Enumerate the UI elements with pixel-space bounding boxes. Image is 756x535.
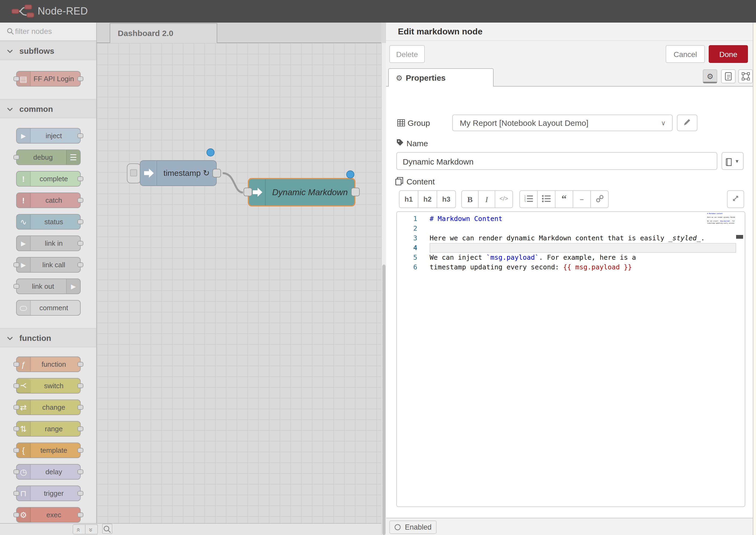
- palette-node-ff-api-login[interactable]: ▤FF API Login: [16, 71, 81, 87]
- appearance-icon-button[interactable]: [738, 70, 753, 83]
- palette-node-switch[interactable]: Yswitch: [16, 378, 81, 393]
- enabled-toggle-button[interactable]: Enabled: [389, 521, 436, 534]
- palette-node-label: catch: [17, 196, 80, 204]
- flow-node-dynamic-markdown[interactable]: Dynamic Markdown: [248, 178, 355, 207]
- cancel-button[interactable]: Cancel: [666, 45, 705, 63]
- palette-node-comment[interactable]: comment: [16, 300, 81, 315]
- chevron-down-icon: ▼: [735, 158, 740, 164]
- palette-node-template[interactable]: {template: [16, 442, 81, 458]
- ordered-list-icon[interactable]: 123: [519, 190, 538, 208]
- palette-expand-all-button[interactable]: »: [85, 524, 98, 534]
- delete-button[interactable]: Delete: [389, 45, 425, 63]
- palette-node-complete[interactable]: !complete: [16, 171, 81, 186]
- palette-node-change[interactable]: ⇄change: [16, 399, 81, 415]
- palette-node-debug[interactable]: ☰debug: [16, 149, 81, 165]
- output-port[interactable]: [212, 169, 221, 178]
- output-port[interactable]: [351, 188, 360, 196]
- canvas-vertical-scrollbar[interactable]: [381, 43, 386, 535]
- expand-editor-button[interactable]: [727, 190, 744, 208]
- node-label: timestamp ↻: [157, 168, 216, 178]
- input-port: [14, 512, 19, 517]
- link-icon[interactable]: [590, 190, 609, 208]
- flow-node-timestamp[interactable]: timestamp ↻: [140, 160, 217, 186]
- input-port: [14, 383, 19, 388]
- output-port: [77, 76, 83, 81]
- description-icon-button[interactable]: [721, 70, 736, 83]
- palette-node-exec[interactable]: ⚙exec: [16, 507, 81, 522]
- line-number: 6: [397, 262, 417, 272]
- node-red-app: Node-RED filter nodes subflows▤FF API Lo…: [0, 0, 756, 535]
- tab-properties[interactable]: ⚙Properties: [388, 68, 493, 87]
- expand-icon: [732, 195, 739, 202]
- output-port: [77, 176, 83, 181]
- input-port: [14, 362, 19, 366]
- quote-icon[interactable]: “: [555, 190, 573, 208]
- page-scrollbar-area[interactable]: [753, 23, 756, 535]
- palette-category-subflows[interactable]: subflows: [0, 41, 96, 60]
- minimap-line: [707, 219, 735, 221]
- palette-node-inject[interactable]: ►inject: [16, 128, 81, 143]
- output-port: [77, 262, 83, 267]
- palette-category-common[interactable]: common: [0, 99, 96, 118]
- done-button[interactable]: Done: [709, 45, 748, 63]
- properties-icon-button[interactable]: ⚙: [703, 70, 717, 83]
- palette-node-delay[interactable]: ◷delay: [16, 464, 81, 479]
- editor-minimap: # Markdown Content Here we can render dy…: [707, 213, 735, 224]
- minimap-line: We can inject `msg.payload`. For example…: [707, 221, 735, 223]
- palette-category-function[interactable]: function: [0, 328, 96, 347]
- h1-button[interactable]: h1: [399, 190, 418, 208]
- content-label: Content: [406, 177, 435, 186]
- palette-node-status[interactable]: ∿status: [16, 214, 81, 229]
- palette-node-link-out[interactable]: ►link out: [16, 278, 81, 294]
- output-port: [77, 383, 83, 388]
- input-port[interactable]: [243, 188, 252, 196]
- output-port: [77, 426, 83, 431]
- code-line: # Markdown Content: [430, 214, 745, 224]
- group-edit-button[interactable]: [677, 115, 697, 131]
- input-port: [14, 76, 19, 81]
- horizontal-rule-icon[interactable]: –: [573, 190, 591, 208]
- group-select[interactable]: My Report [Notebook Layout Demo] ∨: [452, 115, 673, 131]
- flow-tab-dashboard[interactable]: Dashboard 2.0: [110, 23, 217, 43]
- svg-text:3: 3: [524, 200, 526, 202]
- unordered-list-icon[interactable]: [537, 190, 555, 208]
- palette-collapse-all-button[interactable]: «: [72, 524, 86, 534]
- bold-button[interactable]: B: [462, 190, 479, 208]
- palette-node-link-in[interactable]: ►link in: [16, 235, 81, 251]
- code-line: [430, 243, 745, 253]
- h3-button[interactable]: h3: [436, 190, 456, 208]
- markdown-code-editor[interactable]: 123456 # Markdown ContentHere we can ren…: [396, 211, 745, 507]
- palette-node-trigger[interactable]: ⊓trigger: [16, 485, 81, 501]
- inject-trigger-button[interactable]: [127, 163, 141, 183]
- palette-node-range[interactable]: ⇅range: [16, 421, 81, 436]
- name-label: Name: [406, 139, 428, 148]
- palette-node-label: comment: [17, 303, 80, 312]
- palette-node-link-call[interactable]: ►link call: [16, 257, 81, 272]
- flow-canvas[interactable]: timestamp ↻ Dynamic Markdown: [97, 43, 381, 523]
- input-port: [14, 469, 19, 474]
- line-number: 3: [397, 233, 417, 243]
- dialog-button-row: Delete Cancel Done: [386, 41, 753, 68]
- output-port: [77, 469, 83, 474]
- canvas-zoom-search-button[interactable]: [102, 524, 112, 534]
- input-port: [14, 426, 19, 431]
- workspace-footer: [0, 523, 381, 535]
- app-title: Node-RED: [38, 5, 88, 17]
- palette-node-catch[interactable]: !catch: [16, 192, 81, 208]
- name-input[interactable]: Dynamic Markdown: [396, 152, 717, 170]
- italic-button[interactable]: I: [478, 190, 495, 208]
- name-type-button[interactable]: ▼: [722, 152, 743, 170]
- inject-arrow-icon: [140, 161, 157, 185]
- code-line: timestamp updating every second: {{ msg.…: [430, 262, 745, 272]
- node-palette: filter nodes subflows▤FF API Logincommon…: [0, 23, 97, 523]
- palette-search-input[interactable]: filter nodes: [0, 23, 96, 41]
- code-button[interactable]: </>: [495, 190, 513, 208]
- palette-node-function[interactable]: ƒfunction: [16, 356, 81, 372]
- line-number: 5: [397, 253, 417, 262]
- h2-button[interactable]: h2: [418, 190, 437, 208]
- palette-node-label: exec: [17, 511, 80, 519]
- gear-icon: ⚙: [707, 72, 713, 81]
- markdown-status-dot: [346, 170, 354, 179]
- timestamp-status-dot: [207, 148, 214, 156]
- input-port: [14, 262, 19, 267]
